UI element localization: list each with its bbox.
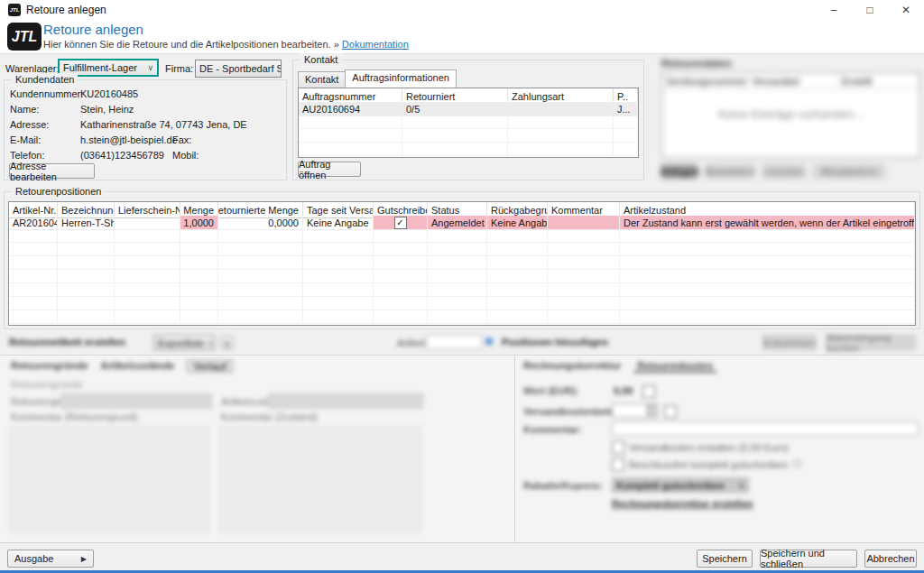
comment-reason-textarea[interactable] (9, 426, 209, 532)
empty-cell (374, 270, 428, 283)
pos-cell-unretourniert[interactable]: 0,0000 (218, 216, 303, 230)
company-select[interactable]: DE - Sportbedarf Somm ∨ (195, 60, 282, 78)
positions-groupbox: Retourenpositionen Artikel-Nr. Bezeichnu… (4, 191, 920, 329)
pos-cell-gutschreiben[interactable]: ✓ (374, 216, 428, 230)
empty-cell (303, 270, 374, 283)
shipping-amount-input[interactable] (612, 403, 648, 418)
empty-cell (218, 283, 303, 297)
empty-cell (9, 310, 58, 324)
customer-fax-label: Fax: (172, 134, 191, 145)
shipments-title: Retourendaten (661, 58, 732, 69)
tab-artikelzustaende[interactable]: Artikelzustände (101, 360, 175, 373)
order-cell-payment[interactable] (508, 102, 614, 116)
positions-table: Artikel-Nr. Bezeichnung Lieferschein-Nr.… (8, 201, 916, 326)
empty-cell (548, 297, 620, 310)
shipments-button-3[interactable]: Löschen (762, 164, 806, 179)
contact-group-title: Kontakt (300, 53, 341, 66)
empty-cell (218, 229, 303, 243)
empty-cell (508, 116, 614, 129)
shipments-button-1[interactable]: Anlegen (661, 164, 698, 179)
order-cell-p[interactable]: J... (614, 102, 638, 116)
warehouse-value: Fulfillment-Lager (63, 62, 137, 73)
empty-cell (374, 243, 428, 256)
remove-label-button[interactable]: x (220, 336, 234, 349)
open-order-button[interactable]: Auftrag öffnen (298, 162, 361, 177)
empty-cell (115, 297, 180, 310)
empty-cell (508, 129, 614, 143)
tab-retourenkosten[interactable]: Retourenkosten (633, 360, 716, 373)
arrow-right-icon: ▶ (81, 555, 87, 563)
empty-cell (428, 256, 487, 270)
shipments-button-2[interactable]: Bearbeiten (705, 164, 755, 179)
shipping-spinner[interactable]: ▲▼ (648, 403, 658, 418)
shipments-button-4[interactable]: Aktualisieren (813, 164, 885, 179)
pos-cell-tage[interactable]: Keine Angabe (303, 216, 374, 230)
article-search-input[interactable] (426, 335, 482, 349)
empty-cell (428, 243, 487, 256)
order-cell-returned[interactable]: 0/5 (402, 102, 508, 116)
pos-cell-bezeichnung[interactable]: Herren-T-Shir... (58, 216, 115, 230)
credit-checkbox[interactable]: ✓ (394, 217, 407, 229)
pos-cell-menge[interactable]: 1,0000 (180, 216, 218, 230)
minimize-button[interactable]: – (816, 0, 852, 20)
comment-input[interactable] (612, 421, 919, 436)
empty-cell (58, 243, 115, 256)
empty-cell (428, 270, 487, 283)
vertical-divider (514, 356, 515, 543)
tab-kontakt[interactable]: Kontakt (298, 71, 346, 88)
customer-mobile-label: Mobil: (172, 150, 199, 161)
condition-select[interactable] (268, 393, 423, 409)
empty-cell (374, 297, 428, 310)
save-button[interactable]: Speichern (697, 550, 753, 568)
contact-tabstrip: Kontakt Auftragsinformationen (298, 68, 456, 88)
label-type-value: Exportliste (158, 337, 204, 348)
pos-cell-kommentar[interactable] (548, 216, 620, 230)
add-position-button[interactable]: Positionen hinzufügen (502, 337, 608, 347)
comment-condition-textarea[interactable] (219, 426, 421, 532)
empty-cell (180, 310, 218, 324)
cancel-button[interactable]: Abbrechen (864, 550, 917, 568)
pos-cell-artikelzustand[interactable]: Der Zustand kann erst gewählt werden, we… (620, 216, 915, 230)
search-icon[interactable]: ⊕ (485, 335, 497, 347)
label-type-select[interactable]: Exportliste ∨ (153, 335, 215, 350)
empty-cell (620, 229, 915, 243)
customer-email-label: E-Mail: (10, 134, 41, 145)
tab-retourengruende[interactable]: Retourengründe (11, 360, 88, 373)
shipping-checkbox[interactable]: ✓ (664, 405, 677, 418)
full-credit-checkbox[interactable]: ✓ (612, 458, 624, 471)
empty-cell (299, 116, 402, 129)
empty-cell (115, 310, 180, 324)
empty-cell (428, 283, 487, 297)
tab-verlauf[interactable]: Verlauf (187, 360, 233, 373)
pos-cell-status[interactable]: Angemeldet (428, 216, 487, 230)
reasons-caption: Retourengründe (11, 379, 83, 390)
tab-auftragsinformationen[interactable]: Auftragsinformationen (345, 69, 457, 88)
empty-cell (548, 310, 620, 324)
empty-cell (115, 270, 180, 283)
middle-right-button-1[interactable]: Entnehmen (762, 335, 817, 350)
middle-right-button-2[interactable]: Wareneingang buchen (826, 335, 916, 350)
pos-cell-artikelnr[interactable]: AR201604... (9, 216, 58, 230)
close-button[interactable]: ✕ (888, 0, 924, 20)
output-button[interactable]: Ausgabe ▶ (7, 550, 94, 568)
create-credit-button[interactable]: Rechnungskorrektur erstellen (612, 498, 753, 509)
save-and-close-button[interactable]: Speichern und schließen (760, 550, 857, 568)
empty-cell (614, 116, 638, 129)
edit-address-button[interactable]: Adresse bearbeiten (9, 163, 95, 179)
discount-select[interactable]: Komplett gutschreiben ∨ (612, 477, 749, 493)
refund-shipping-checkbox[interactable]: ✓ (612, 441, 624, 454)
tab-rechnungskorrektur[interactable]: Rechnungskorrektur (523, 360, 621, 373)
empty-cell (487, 256, 548, 270)
value-checkbox[interactable]: ✓ (642, 385, 655, 398)
order-cell-number[interactable]: AU20160694 (299, 102, 402, 116)
pos-cell-rueckgabegrund[interactable]: Keine Angabe (487, 216, 548, 230)
return-label-button[interactable]: Retourenetikett erstellen (9, 337, 125, 347)
maximize-button[interactable]: □ (852, 0, 888, 20)
reason-select[interactable] (60, 393, 212, 409)
info-icon: ⓘ (792, 457, 802, 471)
empty-cell (303, 310, 374, 324)
empty-cell (487, 243, 548, 256)
documentation-link[interactable]: Dokumentation (342, 39, 409, 50)
page-title: Retoure anlegen (43, 22, 143, 37)
pos-cell-lieferschein[interactable] (115, 216, 180, 230)
